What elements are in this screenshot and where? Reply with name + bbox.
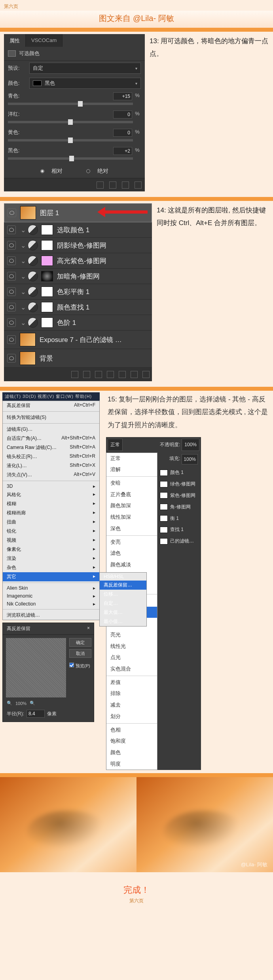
visibility-toggle[interactable] bbox=[7, 303, 16, 311]
blend-option[interactable]: 变暗 bbox=[106, 478, 157, 489]
mini-layer-row[interactable]: 颜色 1 bbox=[159, 467, 199, 478]
radio-absolute[interactable]: 绝对 bbox=[81, 168, 114, 174]
slider-value[interactable]: 0 bbox=[113, 111, 132, 118]
preview-checkbox[interactable]: 预览(P) bbox=[69, 663, 91, 669]
trash-icon[interactable] bbox=[135, 181, 142, 189]
mini-layer-row[interactable]: 紫色-修图网 bbox=[159, 490, 199, 501]
tab-vscocam[interactable]: VSCOCam bbox=[26, 34, 63, 47]
blend-option[interactable]: 明度 bbox=[106, 758, 157, 770]
layer-row[interactable]: ⌄ 加暗角-修图网 bbox=[4, 269, 152, 284]
adjustment-icon[interactable] bbox=[107, 371, 114, 378]
blend-option[interactable]: 滤色 bbox=[106, 548, 157, 559]
submenu-item[interactable]: 最小值… bbox=[100, 617, 146, 626]
layer-row[interactable]: ⌄ 颜色查找 1 bbox=[4, 300, 152, 315]
layer-name[interactable]: 高光紫色-修图网 bbox=[57, 256, 149, 266]
layer-name[interactable]: 阴影绿色-修图网 bbox=[57, 241, 149, 250]
color-select[interactable]: 黑色 ▾ bbox=[29, 78, 141, 89]
layer-name[interactable]: 加暗角-修图网 bbox=[57, 272, 149, 281]
zoom-out-icon[interactable]: 🔍 bbox=[7, 701, 12, 706]
menu-item-browse-online[interactable]: 浏览联机滤镜… bbox=[3, 611, 99, 620]
visibility-toggle[interactable] bbox=[7, 318, 16, 327]
layer-row[interactable]: ⌄ 阴影绿色-修图网 bbox=[4, 238, 152, 253]
group-icon[interactable] bbox=[119, 371, 126, 378]
mini-layer-row[interactable]: 查找 1 bbox=[159, 524, 199, 535]
layer-mask[interactable] bbox=[41, 225, 53, 235]
layer-name[interactable]: 色彩平衡 1 bbox=[57, 287, 149, 296]
close-icon[interactable]: × bbox=[87, 625, 90, 632]
layer-mask[interactable] bbox=[41, 317, 53, 328]
layer-name[interactable]: 色阶 1 bbox=[57, 318, 149, 327]
menu-item[interactable]: Imagenomic▸ bbox=[3, 592, 99, 600]
menu-item[interactable]: 锐化▸ bbox=[3, 527, 99, 536]
blend-option[interactable]: 点光 bbox=[106, 652, 157, 663]
layer-name[interactable]: Exposure 7 - 自己的滤镜 … bbox=[40, 335, 149, 344]
blend-option[interactable]: 深色 bbox=[106, 523, 157, 535]
menu-item-other[interactable]: 其它▸ HSB/HSL高反差保留…位移…自定…最大值…最小值… bbox=[3, 572, 99, 581]
menu-item[interactable]: 像素化▸ bbox=[3, 545, 99, 554]
blend-option[interactable]: 正常 bbox=[106, 453, 157, 464]
menu-item[interactable]: 3D▸ bbox=[3, 482, 99, 490]
slider-thumb[interactable] bbox=[68, 138, 73, 143]
blend-option[interactable]: 颜色加深 bbox=[106, 500, 157, 512]
blend-option[interactable]: 实色混合 bbox=[106, 663, 157, 675]
eye-icon[interactable] bbox=[109, 181, 116, 189]
visibility-toggle[interactable] bbox=[7, 335, 16, 344]
slider-thumb[interactable] bbox=[68, 119, 73, 125]
menu-item[interactable]: Camera Raw 滤镜(C)…Shift+Ctrl+A bbox=[3, 443, 99, 452]
layer-mask[interactable] bbox=[41, 287, 53, 297]
submenu-item[interactable]: HSB/HSL bbox=[100, 573, 146, 581]
layer-name[interactable]: 选取颜色 1 bbox=[57, 225, 149, 235]
slider-value[interactable]: +15 bbox=[113, 92, 132, 100]
blend-option[interactable]: 饱和度 bbox=[106, 735, 157, 747]
layer-row[interactable]: 图层 1 bbox=[4, 203, 152, 222]
layer-thumbnail[interactable] bbox=[20, 206, 36, 220]
layer-mask[interactable] bbox=[41, 302, 53, 312]
layer-mask[interactable] bbox=[41, 256, 53, 266]
layer-row[interactable]: ⌄ 选取颜色 1 bbox=[4, 222, 152, 238]
trash-icon[interactable] bbox=[142, 371, 150, 378]
slider-thumb[interactable] bbox=[69, 156, 74, 161]
layer-mask[interactable] bbox=[41, 271, 53, 281]
mask-icon[interactable] bbox=[95, 371, 102, 378]
layer-thumbnail[interactable] bbox=[20, 333, 36, 346]
menu-item-last-filter[interactable]: 高反差保留Alt+Ctrl+F bbox=[3, 401, 99, 410]
blend-option[interactable]: 差值 bbox=[106, 677, 157, 688]
blend-option[interactable]: 划分 bbox=[106, 711, 157, 722]
menu-item[interactable]: 液化(L)…Shift+Ctrl+X bbox=[3, 461, 99, 470]
mini-layer-row[interactable]: 角-修图网 bbox=[159, 501, 199, 513]
layer-thumbnail[interactable] bbox=[20, 352, 36, 365]
menu-item[interactable]: Nik Collection▸ bbox=[3, 600, 99, 608]
slider-value[interactable]: +2 bbox=[113, 147, 132, 155]
blend-option[interactable]: 正片叠底 bbox=[106, 489, 157, 501]
filter-menu[interactable]: 高反差保留Alt+Ctrl+F 转换为智能滤镜(S) 滤镜库(G)…自适应广角(… bbox=[2, 401, 100, 620]
menu-item[interactable]: 镜头校正(R)…Shift+Ctrl+R bbox=[3, 452, 99, 461]
radio-relative[interactable]: 相对 bbox=[35, 168, 68, 174]
menu-item[interactable]: 模糊画廊▸ bbox=[3, 508, 99, 518]
blend-option[interactable]: 溶解 bbox=[106, 464, 157, 476]
visibility-toggle[interactable] bbox=[7, 272, 16, 281]
mini-layer-row[interactable]: 绿色-修图网 bbox=[159, 478, 199, 490]
menu-item[interactable]: 滤镜库(G)… bbox=[3, 425, 99, 434]
slider-track[interactable] bbox=[8, 103, 133, 105]
visibility-toggle[interactable] bbox=[7, 256, 16, 265]
cancel-button[interactable]: 取消 bbox=[69, 649, 91, 658]
ok-button[interactable]: 确定 bbox=[69, 638, 91, 647]
layer-row[interactable]: Exposure 7 - 自己的滤镜 … bbox=[4, 330, 152, 349]
menu-item[interactable]: 消失点(V)…Alt+Ctrl+V bbox=[3, 470, 99, 479]
blend-option[interactable]: 变亮 bbox=[106, 537, 157, 548]
blend-option[interactable]: 颜色 bbox=[106, 747, 157, 758]
submenu-item[interactable]: 位移… bbox=[100, 590, 146, 599]
submenu-item[interactable]: 最大值… bbox=[100, 608, 146, 617]
radius-input[interactable]: 8.4 bbox=[27, 710, 45, 718]
menu-item-smart-filter[interactable]: 转换为智能滤镜(S) bbox=[3, 413, 99, 422]
blend-option[interactable]: 色相 bbox=[106, 724, 157, 736]
menu-item[interactable]: 模糊▸ bbox=[3, 499, 99, 508]
blend-option[interactable]: 颜色减淡 bbox=[106, 559, 157, 571]
blend-option[interactable]: 排除 bbox=[106, 688, 157, 699]
new-layer-icon[interactable] bbox=[131, 371, 138, 378]
menu-item[interactable]: 风格化▸ bbox=[3, 490, 99, 499]
blend-option[interactable]: 亮光 bbox=[106, 629, 157, 641]
visibility-toggle[interactable] bbox=[7, 354, 16, 363]
layer-row[interactable]: ⌄ 色彩平衡 1 bbox=[4, 284, 152, 300]
tab-properties[interactable]: 属性 bbox=[4, 34, 26, 47]
